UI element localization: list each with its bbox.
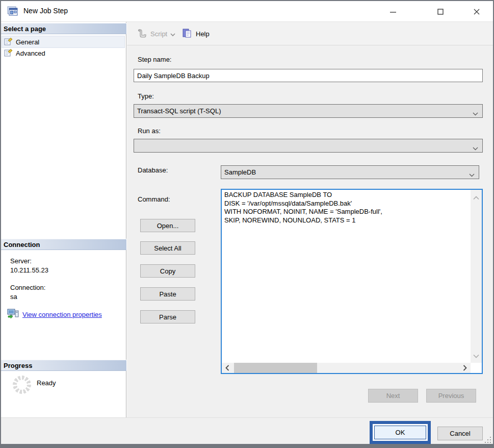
cancel-button[interactable]: Cancel xyxy=(437,427,483,440)
type-select[interactable]: Transact-SQL script (T-SQL) xyxy=(134,104,483,118)
script-label: Script xyxy=(150,30,167,38)
help-label: Help xyxy=(196,30,210,38)
run-as-select[interactable] xyxy=(134,139,483,153)
open-button[interactable]: Open... xyxy=(140,219,195,232)
scroll-up-icon[interactable] xyxy=(473,194,479,202)
parse-button[interactable]: Parse xyxy=(140,310,195,323)
resize-grip-icon[interactable] xyxy=(485,437,491,443)
database-label: Database: xyxy=(138,166,168,174)
sidebar-item-label: Advanced xyxy=(16,49,45,57)
command-textarea[interactable]: BACKUP DATABASE SampleDB TO DISK = '/var… xyxy=(221,189,483,374)
titlebar: New Job Step xyxy=(1,1,493,22)
progress-status: Ready xyxy=(37,379,56,387)
close-icon[interactable] xyxy=(468,5,485,18)
job-step-window-icon xyxy=(7,6,19,16)
previous-button[interactable]: Previous xyxy=(426,389,476,403)
progress-spinner-icon xyxy=(12,375,32,394)
sidebar-item-advanced[interactable]: Advanced xyxy=(2,47,124,59)
toolbar: Script Help xyxy=(127,22,493,45)
select-all-button[interactable]: Select All xyxy=(140,241,195,255)
command-text[interactable]: BACKUP DATABASE SampleDB TO DISK = '/var… xyxy=(222,190,471,363)
scroll-down-icon[interactable] xyxy=(473,352,479,360)
ok-button[interactable]: OK xyxy=(374,426,426,439)
new-job-step-dialog: New Job Step Select a page xyxy=(0,0,494,448)
connection-label: Connection: xyxy=(10,284,45,291)
scroll-right-icon[interactable] xyxy=(463,365,467,372)
next-button[interactable]: Next xyxy=(368,389,418,403)
sidebar-item-general[interactable]: General xyxy=(2,36,124,47)
type-selected-value: Transact-SQL script (T-SQL) xyxy=(137,107,221,115)
dialog-body: Select a page General xyxy=(1,22,493,417)
window-title: New Job Step xyxy=(23,7,68,15)
help-button[interactable]: Help xyxy=(181,26,210,41)
chevron-down-icon xyxy=(473,110,478,117)
copy-button[interactable]: Copy xyxy=(140,264,195,278)
script-dropdown-icon[interactable] xyxy=(170,30,175,38)
page-general-icon xyxy=(4,37,13,47)
sidebar: Select a page General xyxy=(1,22,126,417)
sidebar-item-label: General xyxy=(16,38,39,46)
script-scroll-icon xyxy=(136,28,147,40)
connection-value: sa xyxy=(10,293,17,301)
main-panel: Script Help xyxy=(127,22,493,417)
server-label: Server: xyxy=(10,257,32,265)
script-button[interactable]: Script xyxy=(136,26,175,41)
database-selected-value: SampleDB xyxy=(224,168,256,176)
view-connection-properties-row: View connection properties xyxy=(7,309,102,320)
command-horizontal-scrollbar[interactable] xyxy=(222,363,471,373)
help-book-icon xyxy=(181,28,193,40)
horizontal-scroll-thumb[interactable] xyxy=(234,363,317,373)
type-label: Type: xyxy=(138,92,154,100)
select-a-page-header: Select a page xyxy=(1,23,126,34)
maximize-icon[interactable] xyxy=(432,5,449,18)
minimize-icon[interactable] xyxy=(384,5,402,18)
paste-button[interactable]: Paste xyxy=(140,287,195,301)
step-name-input[interactable] xyxy=(134,69,483,82)
page-advanced-icon xyxy=(4,48,13,58)
step-name-label: Step name: xyxy=(138,56,172,63)
scroll-left-icon[interactable] xyxy=(225,365,229,372)
command-label: Command: xyxy=(138,195,170,203)
chevron-down-icon xyxy=(469,171,475,179)
database-select[interactable]: SampleDB xyxy=(221,165,479,179)
command-vertical-scrollbar[interactable] xyxy=(471,190,482,363)
ok-button-highlight: OK xyxy=(370,421,431,444)
progress-header: Progress xyxy=(1,360,126,371)
server-value: 10.211.55.23 xyxy=(10,266,48,274)
run-as-label: Run as: xyxy=(138,127,161,135)
connection-header: Connection xyxy=(1,239,126,250)
view-connection-properties-link[interactable]: View connection properties xyxy=(22,311,102,318)
footer: OK Cancel xyxy=(1,417,493,444)
chevron-down-icon xyxy=(473,144,478,152)
network-computer-icon xyxy=(7,309,19,320)
